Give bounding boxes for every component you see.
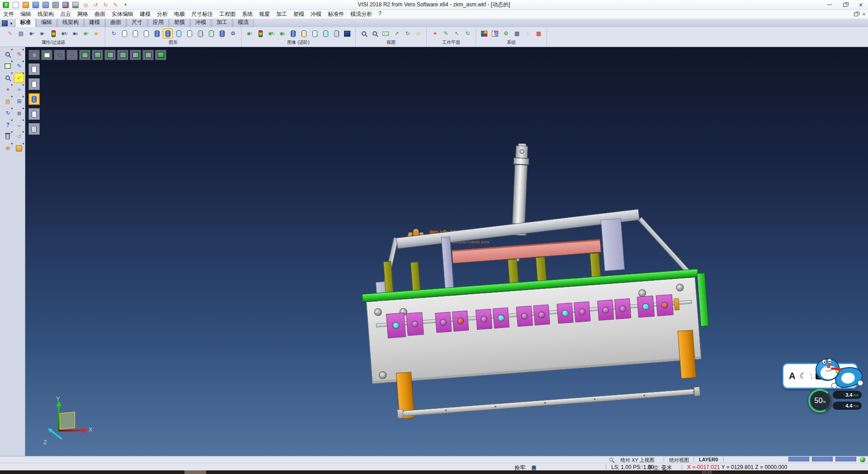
layer-segment[interactable]	[835, 457, 856, 461]
regen-view-icon[interactable]: ↻	[108, 28, 118, 38]
solid-view-icon[interactable]	[288, 28, 298, 38]
model-post-4[interactable]	[536, 256, 547, 283]
undo-gray-icon[interactable]: ↺	[14, 132, 24, 142]
model-pink-beam[interactable]	[452, 239, 601, 264]
pan-view-icon[interactable]: ↗	[392, 28, 401, 38]
delete-trash-icon[interactable]	[3, 132, 13, 142]
window-split-icon[interactable]: ⊞	[530, 464, 538, 471]
spline-edit-icon[interactable]: ≈	[14, 85, 24, 95]
open-folder-icon[interactable]	[14, 143, 24, 153]
menu-item[interactable]: 文件	[0, 9, 17, 19]
model-clamp-block[interactable]	[574, 301, 590, 322]
bottom-view-icon[interactable]	[92, 50, 103, 60]
nav-wheel-icon[interactable]: ☸	[3, 143, 13, 153]
dashed-hidden-display-icon[interactable]	[141, 28, 151, 38]
mesh-display-icon[interactable]	[195, 28, 205, 38]
toolbar-handle-icon[interactable]	[2, 20, 8, 26]
mdi-restore-button[interactable]	[853, 11, 859, 17]
shaded-mode-icon[interactable]	[28, 93, 40, 105]
iso-view-icon[interactable]	[155, 50, 166, 60]
model-orange-tab[interactable]	[674, 298, 679, 310]
dark-cube-view-icon[interactable]	[342, 28, 352, 38]
menu-item[interactable]: 工程图	[216, 9, 239, 19]
validated-view-icon[interactable]	[310, 28, 320, 38]
workplane-align-icon[interactable]: ↖	[452, 28, 462, 38]
model-green-end-cap[interactable]	[697, 273, 709, 327]
model-cylinder-nut[interactable]	[513, 157, 529, 165]
hide-remove-icon[interactable]: ◉−	[38, 28, 47, 38]
zoom-window-icon[interactable]	[3, 61, 13, 71]
menu-item[interactable]: ?	[375, 9, 385, 19]
menu-item[interactable]: 编辑	[17, 9, 34, 19]
solid-cube-icon[interactable]: ◼	[14, 108, 24, 118]
tab-dropdown-icon[interactable]: ▼	[9, 22, 13, 26]
back-view-icon[interactable]	[142, 50, 154, 60]
select-points-icon[interactable]: ∴	[523, 28, 533, 38]
shaded-edges-mode-icon[interactable]	[28, 108, 40, 120]
layer-segment[interactable]	[812, 457, 833, 461]
shaded-current-display-icon[interactable]	[163, 28, 173, 38]
status-search-icon[interactable]	[609, 457, 613, 462]
show-hide-toggle-icon[interactable]: ◉±	[70, 28, 80, 38]
window-panes-icon[interactable]: ⊞	[14, 96, 24, 106]
menu-item[interactable]: 分析	[154, 9, 171, 19]
scene-filter-icon[interactable]	[255, 28, 265, 38]
menu-item[interactable]: 电极	[171, 9, 188, 19]
model-clamp-block[interactable]	[656, 294, 674, 317]
redo-icon[interactable]: ↻	[101, 1, 109, 9]
model-clamp-block[interactable]	[557, 303, 573, 323]
regen-shading-icon[interactable]	[206, 28, 216, 38]
zoom-dynamic-icon[interactable]	[54, 50, 65, 60]
layer-status[interactable]: LAYER0	[699, 457, 718, 462]
hidden-line-mode-icon[interactable]	[28, 63, 40, 75]
scene-refresh-icon[interactable]: ▣↻	[266, 28, 276, 38]
pen-icon[interactable]: ✎	[111, 1, 119, 9]
taskbar-item[interactable]	[184, 470, 206, 474]
menu-item[interactable]: 实体编辑	[108, 9, 137, 19]
view-menu-icon[interactable]: ≡	[28, 50, 40, 60]
overlay-widget[interactable]: A☾’,T 50 %	[781, 359, 867, 416]
workplane-rotate-icon[interactable]: ↻	[462, 28, 472, 38]
print-icon[interactable]	[71, 1, 80, 9]
model-clamp-block[interactable]	[637, 296, 655, 318]
save-icon[interactable]	[42, 1, 50, 9]
change-attributes-icon[interactable]: ✎	[5, 28, 15, 38]
model-clamp-block[interactable]	[435, 312, 452, 332]
top-view-icon[interactable]	[79, 50, 90, 60]
left-view-icon[interactable]	[104, 50, 116, 60]
hidden-line-display-icon[interactable]	[130, 28, 140, 38]
menu-item[interactable]: 模流分析	[347, 9, 375, 19]
zoom-extents-icon[interactable]	[41, 50, 52, 60]
shaded-display-icon[interactable]	[152, 28, 162, 38]
right-view-icon[interactable]	[130, 50, 141, 60]
show-add-icon[interactable]: ◉+	[27, 28, 37, 38]
menu-item[interactable]: 塑模	[290, 9, 307, 19]
filter-elements-icon[interactable]	[48, 28, 58, 38]
observer-view-icon[interactable]: ☺	[413, 28, 423, 38]
menu-item[interactable]: 线架构	[34, 9, 57, 19]
model-assembly[interactable]	[350, 170, 713, 456]
scene-add-icon[interactable]: ▣+	[245, 28, 255, 38]
scale-1-1-icon[interactable]: 1:1	[381, 28, 391, 38]
flat-display-icon[interactable]	[184, 28, 194, 38]
taskbar-sliver[interactable]: 10:28	[0, 470, 868, 474]
striped-view-icon[interactable]	[299, 28, 309, 38]
visi-logo[interactable]: V	[2, 1, 10, 9]
export-image-icon[interactable]	[217, 28, 227, 38]
new-file-icon[interactable]	[12, 1, 20, 9]
layer-page-view-icon[interactable]	[321, 28, 330, 38]
menu-item[interactable]: 视窗	[256, 9, 273, 19]
rotate-view-icon[interactable]: ↻	[402, 28, 412, 38]
cpu-gauge[interactable]: 50 %	[808, 389, 832, 412]
color-palette-icon[interactable]	[479, 28, 489, 38]
model-clamp-block[interactable]	[476, 309, 492, 330]
model-clamp-block[interactable]	[614, 299, 631, 319]
front-view-icon[interactable]	[117, 50, 128, 60]
viewport-canvas[interactable]: ≡+ 智造资料网 INTELLIGENT MANUFACTURING DATA	[25, 47, 868, 456]
transparent-display-icon[interactable]	[174, 28, 184, 38]
wireframe-display-icon[interactable]	[119, 28, 129, 38]
confirm-check-icon[interactable]: ✓	[14, 73, 24, 83]
open-folder-icon[interactable]	[22, 1, 30, 9]
color-settings-icon[interactable]	[490, 28, 500, 38]
measure-distance-icon[interactable]: ↔	[14, 120, 24, 130]
